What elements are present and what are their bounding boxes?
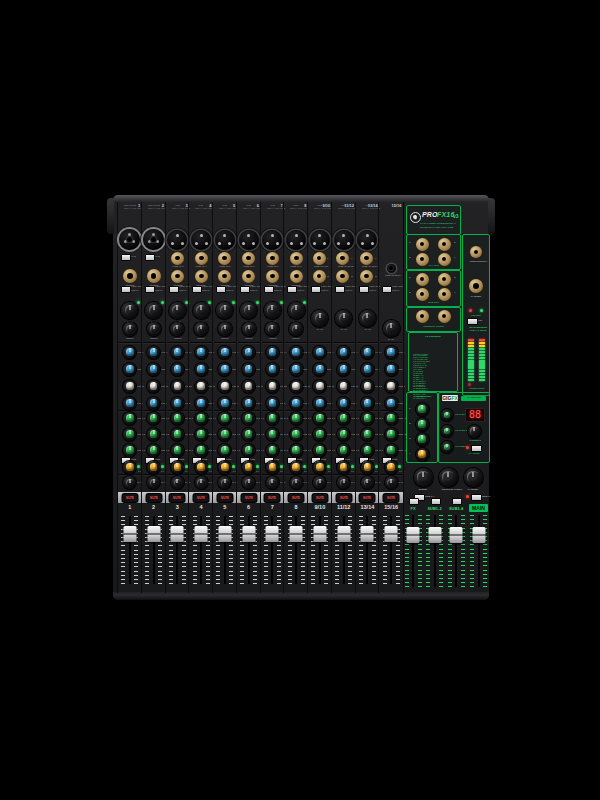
- channel-fader[interactable]: [216, 516, 233, 584]
- low-cut-switch[interactable]: [335, 286, 345, 293]
- mute-button[interactable]: MUTE: [384, 494, 399, 502]
- channel-fader[interactable]: [169, 516, 186, 584]
- eq-high-knob[interactable]: [171, 346, 184, 359]
- comp-knob[interactable]: [194, 322, 208, 336]
- aux-3-knob[interactable]: [337, 444, 350, 457]
- gain-knob[interactable]: [216, 302, 233, 319]
- channel-fader[interactable]: [359, 516, 376, 584]
- eq-mid-knob[interactable]: [361, 363, 374, 376]
- aux-master-2-knob[interactable]: [416, 418, 429, 431]
- aux-2-knob[interactable]: [147, 428, 160, 441]
- aux-2-knob[interactable]: [385, 428, 398, 441]
- eq-low-knob[interactable]: [171, 397, 184, 410]
- gain-knob[interactable]: [240, 302, 257, 319]
- sub1-2-fader[interactable]: [426, 515, 443, 587]
- aux-1-knob[interactable]: [242, 412, 255, 425]
- comp-knob[interactable]: [147, 322, 161, 336]
- aux-2-knob[interactable]: [218, 428, 231, 441]
- eq-high-knob[interactable]: [123, 346, 136, 359]
- aux-1-knob[interactable]: [385, 412, 398, 425]
- mute-button[interactable]: MUTE: [122, 494, 137, 502]
- eq-low-knob[interactable]: [385, 397, 398, 410]
- eq-mid-knob[interactable]: [266, 363, 279, 376]
- eq-mid-knob[interactable]: [290, 363, 303, 376]
- fx-send-knob[interactable]: [218, 461, 231, 474]
- aux-3-knob[interactable]: [195, 444, 208, 457]
- channel-fader[interactable]: [288, 516, 305, 584]
- fx-send-knob[interactable]: [266, 461, 279, 474]
- eq-mid-knob[interactable]: [195, 363, 208, 376]
- channel-fader[interactable]: [121, 516, 138, 584]
- pan-knob[interactable]: [385, 476, 398, 489]
- comp-knob[interactable]: [242, 322, 256, 336]
- comp-knob[interactable]: [289, 322, 303, 336]
- gain-knob[interactable]: [335, 310, 352, 327]
- gain-knob[interactable]: [288, 302, 305, 319]
- mute-button[interactable]: MUTE: [360, 494, 375, 502]
- aux-master-1-knob[interactable]: [416, 403, 429, 416]
- aux-3-knob[interactable]: [242, 444, 255, 457]
- fx-send-knob[interactable]: [313, 461, 326, 474]
- gain-knob[interactable]: [193, 302, 210, 319]
- eq-mid-knob[interactable]: [337, 363, 350, 376]
- fx-to-mon2-knob[interactable]: [441, 425, 453, 437]
- eq-mid-knob[interactable]: [242, 363, 255, 376]
- low-cut-switch[interactable]: [264, 286, 274, 293]
- aux-3-knob[interactable]: [385, 444, 398, 457]
- channel-fader[interactable]: [145, 516, 162, 584]
- pan-knob[interactable]: [218, 476, 231, 489]
- eq-mid-knob[interactable]: [313, 363, 326, 376]
- pan-knob[interactable]: [290, 476, 303, 489]
- pan-knob[interactable]: [361, 476, 374, 489]
- aux-1-knob[interactable]: [171, 412, 184, 425]
- eq-low-knob[interactable]: [266, 397, 279, 410]
- sub3-4-fader[interactable]: [448, 515, 465, 587]
- eq-low-knob[interactable]: [123, 397, 136, 410]
- pan-knob[interactable]: [242, 476, 255, 489]
- sub1-2-assign-button[interactable]: [431, 498, 441, 505]
- pan-knob[interactable]: [337, 476, 350, 489]
- eq-freq-knob[interactable]: [266, 380, 279, 393]
- eq-mid-knob[interactable]: [218, 363, 231, 376]
- low-cut-switch[interactable]: [192, 286, 202, 293]
- aux-2-knob[interactable]: [242, 428, 255, 441]
- pan-knob[interactable]: [123, 476, 136, 489]
- eq-mid-knob[interactable]: [123, 363, 136, 376]
- eq-low-knob[interactable]: [147, 397, 160, 410]
- gain-knob[interactable]: [359, 310, 376, 327]
- fx-send-knob[interactable]: [123, 461, 136, 474]
- eq-freq-knob[interactable]: [290, 380, 303, 393]
- mute-button[interactable]: MUTE: [336, 494, 351, 502]
- aux-1-knob[interactable]: [266, 412, 279, 425]
- fx-send-knob[interactable]: [171, 461, 184, 474]
- fx-to-subs-knob[interactable]: [441, 441, 453, 453]
- aux-3-knob[interactable]: [171, 444, 184, 457]
- fx-to-mon1-knob[interactable]: [441, 409, 453, 421]
- aux-1-knob[interactable]: [123, 412, 136, 425]
- eq-mid-knob[interactable]: [147, 363, 160, 376]
- aux-3-knob[interactable]: [218, 444, 231, 457]
- eq-high-knob[interactable]: [195, 346, 208, 359]
- eq-freq-knob[interactable]: [218, 380, 231, 393]
- aux-master-3-knob[interactable]: [416, 433, 429, 446]
- eq-freq-knob[interactable]: [123, 380, 136, 393]
- gain-knob[interactable]: [311, 310, 328, 327]
- eq-low-knob[interactable]: [218, 397, 231, 410]
- eq-low-knob[interactable]: [313, 397, 326, 410]
- eq-low-knob[interactable]: [195, 397, 208, 410]
- mute-button[interactable]: MUTE: [194, 494, 209, 502]
- aux-master-fx-knob[interactable]: [416, 448, 429, 461]
- mute-button[interactable]: MUTE: [312, 494, 327, 502]
- eq-freq-knob[interactable]: [195, 380, 208, 393]
- eq-high-knob[interactable]: [147, 346, 160, 359]
- gain-knob[interactable]: [121, 302, 138, 319]
- low-cut-switch[interactable]: [359, 286, 369, 293]
- fx-fader[interactable]: [405, 515, 422, 587]
- hi-z-switch[interactable]: [145, 254, 155, 261]
- aux-1-knob[interactable]: [290, 412, 303, 425]
- channel-fader[interactable]: [335, 516, 352, 584]
- gain-knob[interactable]: [383, 320, 400, 337]
- eq-mid-knob[interactable]: [171, 363, 184, 376]
- aux-1-knob[interactable]: [337, 412, 350, 425]
- eq-high-knob[interactable]: [218, 346, 231, 359]
